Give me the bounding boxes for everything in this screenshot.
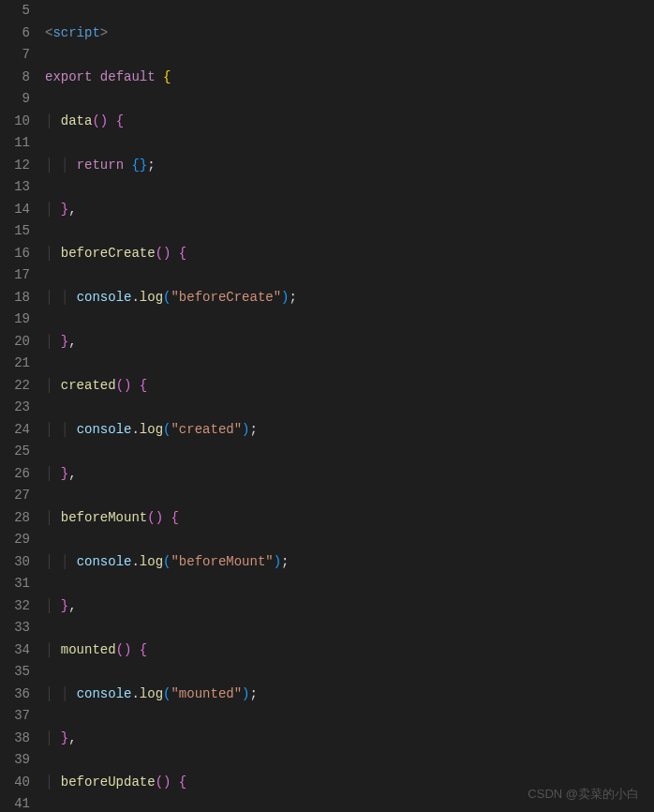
code-content[interactable]: <script> export default { │ data() { │ │… [45,0,654,812]
line-number: 11 [7,132,30,155]
line-number: 5 [7,0,30,23]
code-line[interactable]: export default { [45,67,654,89]
line-number: 41 [7,793,30,812]
open-brace: { [116,113,124,128]
line-number: 33 [7,617,30,639]
open-brace: { [163,69,171,84]
close-brace: } [61,598,68,613]
line-number: 8 [7,67,30,89]
line-number: 26 [7,463,30,486]
code-line[interactable]: │ created() { [45,375,654,398]
line-number: 13 [7,176,30,199]
console-object: console [77,422,132,437]
code-editor[interactable]: 5 6 7 8 9 10 11 12 13 14 15 16 17 18 19 … [0,0,654,812]
line-number: 32 [7,595,30,618]
line-number: 14 [7,199,30,221]
parens: () [116,378,132,393]
method-name: data [61,113,93,128]
code-line[interactable]: │ mounted() { [45,639,654,662]
line-number: 6 [7,23,30,45]
line-number: 23 [7,397,30,419]
line-number: 29 [7,529,30,551]
keyword-return: return [77,158,124,173]
line-number: 20 [7,331,30,353]
line-number: 30 [7,551,30,574]
close-brace: } [61,334,68,349]
method-name: mounted [61,642,116,657]
line-number: 22 [7,375,30,398]
method-name: beforeUpdate [61,774,156,789]
parens: () [116,642,132,657]
dot: . [131,422,139,437]
close-brace: } [61,730,68,745]
code-line[interactable]: │ beforeMount() { [45,507,654,530]
line-number: 27 [7,485,30,507]
line-number: 18 [7,287,30,309]
open-brace: { [179,246,186,261]
line-number: 7 [7,44,30,67]
line-number: 10 [7,111,30,133]
string-literal: "created" [171,422,242,437]
code-line[interactable]: │ │ console.log("created"); [45,419,654,442]
log-method: log [140,422,163,437]
comma: , [68,334,76,349]
log-method: log [140,686,163,701]
line-number: 21 [7,353,30,375]
comma: , [68,730,76,745]
watermark: CSDN @卖菜的小白 [528,784,639,804]
console-object: console [77,686,132,701]
line-number: 12 [7,155,30,177]
line-number: 34 [7,639,30,662]
code-line[interactable]: │ beforeCreate() { [45,243,654,265]
parens: () [92,113,108,128]
line-number: 37 [7,705,30,728]
parens: () [156,774,171,789]
paren-close: ) [242,422,249,437]
code-line[interactable]: │ }, [45,199,654,221]
code-line[interactable]: │ │ console.log("mounted"); [45,684,654,706]
line-number: 40 [7,772,30,794]
code-line[interactable]: │ │ return {}; [45,155,654,177]
method-name: beforeCreate [61,246,156,261]
line-number: 28 [7,507,30,530]
open-brace: { [171,510,178,525]
open-brace: { [140,378,147,393]
comma: , [68,202,76,217]
line-number: 16 [7,243,30,265]
line-number-gutter: 5 6 7 8 9 10 11 12 13 14 15 16 17 18 19 … [0,0,45,812]
console-object: console [77,290,132,305]
comma: , [68,466,76,481]
code-line[interactable]: │ }, [45,595,654,618]
keyword-export: export [45,69,92,84]
code-line[interactable]: │ }, [45,728,654,750]
close-brace: } [61,202,68,217]
code-line[interactable]: │ data() { [45,111,654,133]
line-number: 35 [7,661,30,684]
line-number: 19 [7,308,30,331]
dot: . [131,554,139,569]
paren-close: ) [274,554,281,569]
line-number: 39 [7,749,30,772]
string-literal: "mounted" [171,686,242,701]
empty-object: {} [131,158,147,173]
code-line[interactable]: <script> [45,23,654,45]
tag-close: > [100,25,108,40]
open-brace: { [140,642,147,657]
semicolon: ; [250,422,258,437]
line-number: 38 [7,728,30,750]
code-line[interactable]: │ │ console.log("beforeCreate"); [45,287,654,309]
line-number: 24 [7,419,30,442]
console-object: console [77,554,132,569]
line-number: 17 [7,264,30,287]
line-number: 25 [7,441,30,463]
dot: . [131,686,139,701]
keyword-default: default [100,69,156,84]
log-method: log [140,290,163,305]
line-number: 36 [7,684,30,706]
code-line[interactable]: │ }, [45,463,654,486]
code-line[interactable]: │ }, [45,331,654,353]
code-line[interactable]: │ │ console.log("beforeMount"); [45,551,654,574]
string-literal: "beforeMount" [171,554,273,569]
semicolon: ; [281,554,289,569]
method-name: created [61,378,116,393]
